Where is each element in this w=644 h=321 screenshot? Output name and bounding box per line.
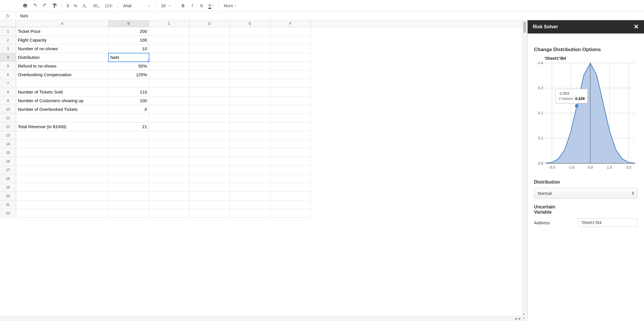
cell[interactable] bbox=[189, 36, 230, 44]
row-header[interactable]: 17 bbox=[0, 166, 16, 174]
cell[interactable] bbox=[230, 122, 270, 131]
cell[interactable] bbox=[189, 88, 230, 96]
cell[interactable] bbox=[149, 122, 189, 131]
row-header[interactable]: 4 bbox=[0, 53, 16, 62]
cell[interactable] bbox=[230, 114, 270, 122]
cell[interactable] bbox=[109, 183, 149, 192]
select-all-corner[interactable] bbox=[0, 20, 16, 27]
cell[interactable] bbox=[109, 166, 149, 174]
cell[interactable] bbox=[149, 70, 189, 79]
row-header[interactable]: 20 bbox=[0, 192, 16, 200]
row-header[interactable]: 8 bbox=[0, 88, 16, 96]
text-color-button[interactable]: A ▾ bbox=[207, 2, 215, 10]
cell[interactable] bbox=[230, 166, 270, 174]
cell[interactable] bbox=[230, 36, 270, 44]
cell[interactable]: 0 bbox=[109, 105, 149, 114]
cell[interactable] bbox=[270, 157, 311, 166]
cell[interactable] bbox=[270, 27, 311, 36]
cell[interactable] bbox=[149, 200, 189, 209]
vertical-scrollbar[interactable]: ▴ ▾ bbox=[522, 20, 527, 321]
cell[interactable] bbox=[230, 53, 270, 62]
cell[interactable] bbox=[270, 105, 311, 114]
cell[interactable] bbox=[16, 79, 109, 88]
row-header[interactable]: 3 bbox=[0, 44, 16, 53]
cell[interactable]: 100 bbox=[109, 96, 149, 105]
strikethrough-button[interactable]: S bbox=[198, 2, 206, 10]
row-header[interactable]: 22 bbox=[0, 209, 16, 218]
scroll-left-icon[interactable]: ◀ bbox=[515, 317, 517, 320]
cell[interactable] bbox=[189, 131, 230, 140]
print-icon[interactable] bbox=[21, 2, 29, 10]
row-header[interactable]: 10 bbox=[0, 105, 16, 114]
cell[interactable]: 21 bbox=[109, 122, 149, 131]
cell[interactable] bbox=[270, 140, 311, 148]
cell[interactable] bbox=[16, 114, 109, 122]
cell[interactable] bbox=[109, 131, 149, 140]
cell[interactable] bbox=[149, 96, 189, 105]
cell[interactable] bbox=[230, 157, 270, 166]
font-family-select[interactable]: Arial ▾ bbox=[121, 2, 152, 10]
cell[interactable] bbox=[109, 192, 149, 200]
cell[interactable] bbox=[16, 157, 109, 166]
cell[interactable]: Total Revenue (in $1000) bbox=[16, 122, 109, 131]
cell[interactable]: Overbooking Compensation bbox=[16, 70, 109, 79]
cell[interactable] bbox=[230, 140, 270, 148]
row-header[interactable]: 21 bbox=[0, 200, 16, 209]
cell[interactable] bbox=[149, 140, 189, 148]
cell[interactable] bbox=[270, 166, 311, 174]
cell[interactable] bbox=[149, 192, 189, 200]
cell[interactable] bbox=[149, 157, 189, 166]
cell[interactable] bbox=[189, 96, 230, 105]
cell[interactable] bbox=[16, 192, 109, 200]
distribution-chart[interactable]: -3.0-1.50.01.53.00.00.10.20.30.4 -1.053 … bbox=[534, 62, 638, 174]
cell[interactable] bbox=[270, 122, 311, 131]
formula-input[interactable]: NaN bbox=[16, 14, 644, 18]
cell[interactable] bbox=[189, 183, 230, 192]
row-header[interactable]: 7 bbox=[0, 79, 16, 88]
cell[interactable] bbox=[189, 148, 230, 157]
address-input[interactable]: 'Sheet1'!B4 bbox=[578, 218, 638, 227]
cell[interactable] bbox=[189, 209, 230, 218]
cell[interactable] bbox=[16, 131, 109, 140]
cell[interactable]: 10 bbox=[109, 44, 149, 53]
cell[interactable] bbox=[109, 114, 149, 122]
selected-cell[interactable]: NaN bbox=[109, 53, 149, 62]
cell[interactable] bbox=[230, 88, 270, 96]
row-header[interactable]: 12 bbox=[0, 122, 16, 131]
cell[interactable] bbox=[270, 53, 311, 62]
cell[interactable] bbox=[16, 174, 109, 183]
cell[interactable] bbox=[189, 105, 230, 114]
cell[interactable] bbox=[149, 114, 189, 122]
col-header-B[interactable]: B bbox=[109, 20, 149, 27]
cell[interactable] bbox=[149, 131, 189, 140]
cell[interactable] bbox=[270, 174, 311, 183]
cell[interactable] bbox=[16, 200, 109, 209]
cell[interactable] bbox=[270, 200, 311, 209]
scroll-up-icon[interactable]: ▴ bbox=[523, 312, 525, 315]
col-header-E[interactable]: E bbox=[230, 20, 270, 27]
cell[interactable] bbox=[189, 70, 230, 79]
scroll-right-icon[interactable]: ▶ bbox=[519, 317, 521, 320]
cell[interactable]: Number of Tickets Sold bbox=[16, 88, 109, 96]
col-header-C[interactable]: C bbox=[149, 20, 189, 27]
col-header-F[interactable]: F bbox=[270, 20, 311, 27]
cell[interactable] bbox=[16, 166, 109, 174]
cell[interactable] bbox=[149, 36, 189, 44]
cell[interactable]: 110 bbox=[109, 88, 149, 96]
cell[interactable] bbox=[230, 96, 270, 105]
cell[interactable] bbox=[230, 209, 270, 218]
cell[interactable] bbox=[189, 140, 230, 148]
cell[interactable] bbox=[149, 148, 189, 157]
cell[interactable]: 50% bbox=[109, 62, 149, 70]
cell[interactable]: 200 bbox=[109, 27, 149, 36]
row-header[interactable]: 9 bbox=[0, 96, 16, 105]
cell[interactable] bbox=[16, 140, 109, 148]
cell[interactable] bbox=[230, 27, 270, 36]
horizontal-scrollbar[interactable]: ◀ ▶ bbox=[0, 316, 522, 321]
row-header[interactable]: 6 bbox=[0, 70, 16, 79]
row-header[interactable]: 11 bbox=[0, 114, 16, 122]
cell[interactable] bbox=[109, 174, 149, 183]
cell[interactable] bbox=[189, 192, 230, 200]
row-header[interactable]: 19 bbox=[0, 183, 16, 192]
row-header[interactable]: 5 bbox=[0, 62, 16, 70]
